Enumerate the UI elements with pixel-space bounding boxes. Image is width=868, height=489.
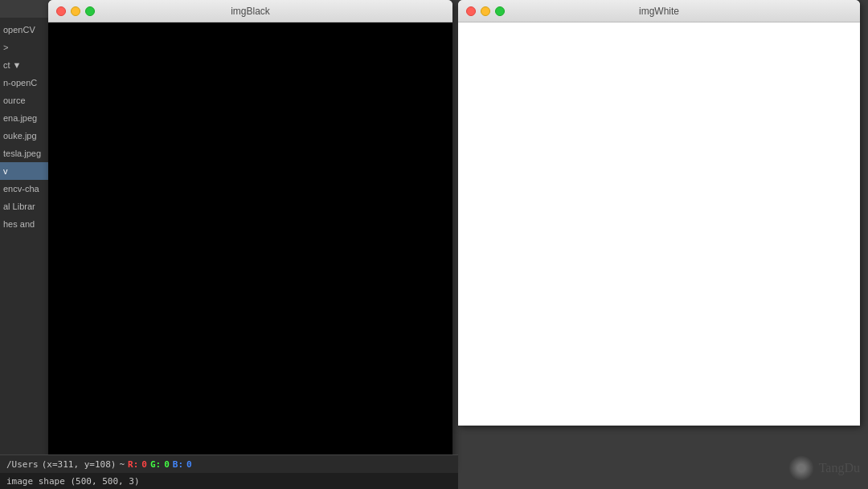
- sidebar-content: openCV > ct ▼ n-openC ource ena.jpeg ouk…: [0, 18, 48, 489]
- window-white-controls: [466, 6, 505, 16]
- window-black-close-button[interactable]: [56, 6, 66, 16]
- watermark-icon: [788, 455, 814, 481]
- watermark: TangDu: [788, 455, 860, 481]
- sidebar-top: [0, 0, 48, 18]
- window-white-titlebar: imgWhite: [458, 0, 860, 22]
- terminal-path: /Users: [6, 459, 39, 470]
- sidebar-item-tesla-jpeg[interactable]: tesla.jpeg: [0, 145, 48, 162]
- sidebar-item-ena-jpeg[interactable]: ena.jpeg: [0, 109, 48, 127]
- sidebar-item-ct-arrow[interactable]: ct ▼: [0, 56, 48, 74]
- terminal-g-label: G:: [150, 459, 161, 470]
- window-black-minimize-button[interactable]: [71, 6, 80, 16]
- terminal-shape-line: image shape (500, 500, 3): [0, 473, 458, 489]
- sidebar-item-al-librar[interactable]: al Librar: [0, 198, 48, 215]
- terminal-r-value: 0: [141, 459, 147, 470]
- window-white-title: imgWhite: [639, 6, 679, 17]
- sidebar-item-ource[interactable]: ource: [0, 92, 48, 109]
- terminal-b-value: 0: [186, 459, 192, 470]
- window-black: imgBlack: [48, 0, 452, 466]
- window-black-controls: [56, 6, 95, 16]
- terminal-bar: /Users (x=311, y=108) ~ R:0 G:0 B:0 imag…: [0, 454, 458, 489]
- window-black-titlebar: imgBlack: [48, 0, 452, 22]
- sidebar-item-hes-and[interactable]: hes and: [0, 215, 48, 233]
- sidebar-item-v[interactable]: v: [0, 162, 48, 180]
- sidebar-item-ct[interactable]: >: [0, 39, 48, 56]
- sidebar-item-opencv[interactable]: openCV: [0, 21, 48, 39]
- window-white-canvas: [458, 22, 860, 426]
- window-white-minimize-button[interactable]: [481, 6, 490, 16]
- watermark-text: TangDu: [819, 461, 860, 475]
- terminal-shape-text: image shape (500, 500, 3): [6, 476, 140, 487]
- window-white-maximize-button[interactable]: [495, 6, 505, 16]
- terminal-coords: (x=311, y=108): [42, 459, 117, 470]
- window-black-canvas: [48, 22, 452, 466]
- terminal-b-label: B:: [173, 459, 183, 470]
- window-white-close-button[interactable]: [466, 6, 476, 16]
- window-black-maximize-button[interactable]: [85, 6, 95, 16]
- sidebar-item-encv-cha[interactable]: encv-cha: [0, 180, 48, 198]
- sidebar-item-ouke-jpg[interactable]: ouke.jpg: [0, 127, 48, 145]
- window-black-title: imgBlack: [231, 6, 270, 17]
- window-white: imgWhite: [458, 0, 860, 426]
- sidebar: openCV > ct ▼ n-openC ource ena.jpeg ouk…: [0, 0, 48, 489]
- terminal-coords-line: /Users (x=311, y=108) ~ R:0 G:0 B:0: [0, 455, 458, 473]
- terminal-r-label: R:: [128, 459, 138, 470]
- main-area: imgBlack imgWhite TangDu: [48, 0, 868, 489]
- terminal-g-value: 0: [164, 459, 170, 470]
- sidebar-item-n-openc[interactable]: n-openC: [0, 74, 48, 92]
- terminal-tilde: ~: [119, 459, 125, 470]
